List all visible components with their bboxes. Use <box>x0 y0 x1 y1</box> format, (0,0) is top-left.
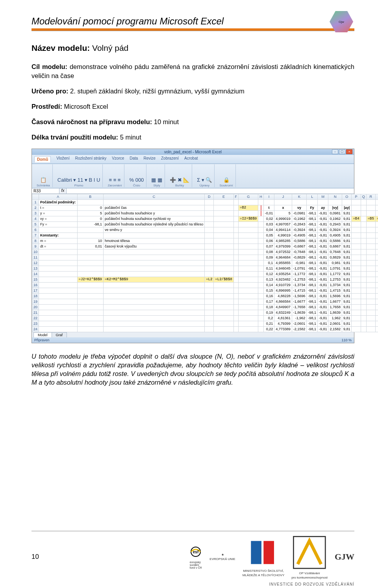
cell[interactable] <box>375 293 378 299</box>
cell[interactable] <box>239 288 258 293</box>
cell[interactable]: -9,81 <box>317 299 328 304</box>
cell[interactable]: 0,11 <box>263 266 274 271</box>
cell[interactable]: 0,1962 <box>328 216 342 221</box>
cell[interactable]: 2,0601 <box>328 321 342 326</box>
cell[interactable] <box>77 304 103 310</box>
cell[interactable] <box>361 293 366 299</box>
cell[interactable] <box>233 249 239 255</box>
ribbon-tab[interactable]: Vzorce <box>112 156 124 162</box>
col-header[interactable]: R <box>366 194 375 199</box>
cell[interactable] <box>239 299 258 304</box>
cell[interactable] <box>233 271 239 277</box>
cell[interactable] <box>39 299 78 304</box>
cell[interactable]: -98,1 <box>307 326 318 332</box>
cell[interactable]: 9,81 <box>342 326 352 332</box>
cell[interactable]: -9,81 <box>317 288 328 293</box>
cell[interactable] <box>342 199 352 205</box>
row-header[interactable]: 3 <box>32 210 39 216</box>
cell[interactable] <box>258 249 264 255</box>
cell[interactable]: t = <box>39 205 78 210</box>
cell[interactable] <box>361 255 366 260</box>
cell[interactable]: -98,1 <box>307 249 318 255</box>
ribbon-group[interactable]: ▦ ▦Styly <box>149 164 165 187</box>
cell[interactable] <box>292 199 307 205</box>
cell[interactable] <box>239 304 258 310</box>
cell[interactable] <box>205 227 214 233</box>
cell[interactable] <box>258 310 264 315</box>
cell[interactable]: -98,1 <box>307 299 318 304</box>
ribbon-tab[interactable]: Data <box>130 156 138 162</box>
row-header[interactable]: 18 <box>32 293 39 299</box>
cell[interactable] <box>258 238 264 244</box>
cell[interactable]: 9,81 <box>342 266 352 271</box>
cell[interactable]: 4,773389 <box>274 326 292 332</box>
cell[interactable] <box>366 326 375 332</box>
cell[interactable] <box>239 326 258 332</box>
cell[interactable] <box>103 288 204 293</box>
cell[interactable] <box>233 260 239 266</box>
cell[interactable]: -9,81 <box>317 271 328 277</box>
cell[interactable] <box>205 216 214 221</box>
cell[interactable]: -0,2843 <box>292 221 307 227</box>
cell[interactable] <box>205 238 214 244</box>
cell[interactable]: -98,1 <box>307 233 318 238</box>
cell[interactable] <box>233 288 239 293</box>
row-header[interactable]: 24 <box>32 326 39 332</box>
cell[interactable]: -9,81 <box>317 315 328 321</box>
cell[interactable] <box>239 199 258 205</box>
cell[interactable] <box>361 326 366 332</box>
cell[interactable] <box>233 255 239 260</box>
cell[interactable]: -98,1 <box>307 210 318 216</box>
cell[interactable] <box>233 326 239 332</box>
cell[interactable] <box>103 282 204 288</box>
cell[interactable] <box>39 277 78 282</box>
cell[interactable] <box>352 199 361 205</box>
cell[interactable] <box>352 205 361 210</box>
cell[interactable] <box>239 221 258 227</box>
cell[interactable] <box>77 266 103 271</box>
cell[interactable] <box>77 199 103 205</box>
row-header[interactable]: 16 <box>32 282 39 288</box>
cell[interactable]: -98,1 <box>307 221 318 227</box>
cell[interactable] <box>77 255 103 260</box>
row-header[interactable]: 17 <box>32 288 39 293</box>
cell[interactable]: vy = <box>39 216 78 221</box>
cell[interactable] <box>103 315 204 321</box>
cell[interactable] <box>214 310 233 315</box>
cell[interactable] <box>214 288 233 293</box>
cell[interactable]: -9,81 <box>317 255 328 260</box>
cell[interactable] <box>258 205 264 210</box>
cell[interactable]: =B2 <box>239 205 258 210</box>
cell[interactable] <box>361 304 366 310</box>
cell[interactable] <box>39 266 78 271</box>
col-header[interactable]: P <box>352 194 361 199</box>
cell[interactable] <box>233 310 239 315</box>
cell[interactable]: 9,81 <box>342 260 352 266</box>
cell[interactable] <box>361 288 366 293</box>
cell[interactable]: 1,2753 <box>328 277 342 282</box>
cell[interactable] <box>361 244 366 249</box>
col-header[interactable]: O <box>342 194 352 199</box>
col-header[interactable]: E <box>214 194 233 199</box>
cell[interactable] <box>77 260 103 266</box>
row-header[interactable]: 23 <box>32 321 39 326</box>
cell[interactable] <box>258 210 264 216</box>
cell[interactable] <box>375 321 378 326</box>
cell[interactable] <box>103 271 204 277</box>
ribbon-tab[interactable]: Acrobat <box>184 156 198 162</box>
row-header[interactable]: 7 <box>32 233 39 238</box>
cell[interactable] <box>214 321 233 326</box>
cell[interactable] <box>375 326 378 332</box>
cell[interactable] <box>233 282 239 288</box>
cell[interactable]: -9,81 <box>317 266 328 271</box>
cell[interactable] <box>239 233 258 238</box>
cell[interactable]: časový krok výpočtu <box>103 244 204 249</box>
cell[interactable] <box>205 199 214 205</box>
ribbon-group[interactable]: 📋Schránka <box>34 164 53 187</box>
cell[interactable] <box>375 244 378 249</box>
cell[interactable] <box>103 260 204 266</box>
cell[interactable] <box>366 233 375 238</box>
cell[interactable]: -98,1 <box>307 266 318 271</box>
cell[interactable]: -98,1 <box>307 321 318 326</box>
col-header[interactable]: A <box>39 194 78 199</box>
